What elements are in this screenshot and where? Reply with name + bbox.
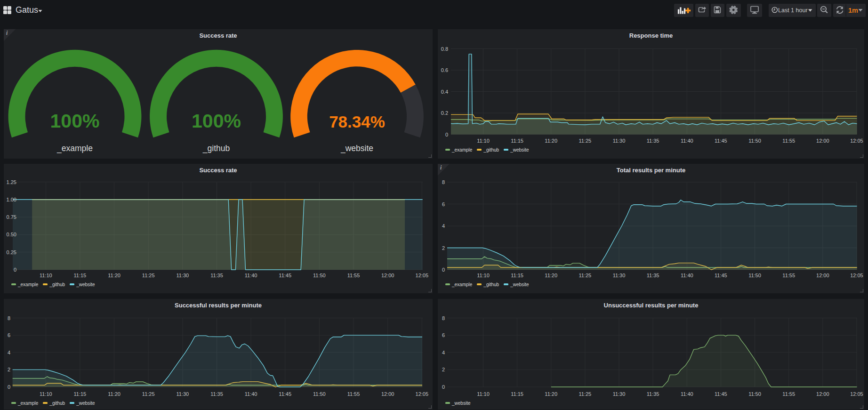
svg-text:11:20: 11:20 bbox=[545, 391, 557, 397]
svg-text:0.4: 0.4 bbox=[441, 89, 448, 95]
svg-text:11:20: 11:20 bbox=[545, 138, 557, 144]
svg-text:_website: _website bbox=[340, 144, 373, 153]
svg-text:11:30: 11:30 bbox=[613, 391, 626, 397]
svg-text:11:35: 11:35 bbox=[647, 273, 659, 278]
svg-text:12:00: 12:00 bbox=[816, 391, 829, 397]
svg-text:0: 0 bbox=[14, 267, 16, 273]
svg-text:0: 0 bbox=[8, 384, 10, 390]
svg-text:6: 6 bbox=[8, 332, 10, 338]
svg-text:11:25: 11:25 bbox=[142, 273, 155, 278]
svg-text:1.00: 1.00 bbox=[7, 197, 16, 202]
svg-text:_example: _example bbox=[56, 144, 93, 153]
svg-text:11:25: 11:25 bbox=[579, 391, 592, 397]
svg-text:4: 4 bbox=[442, 223, 445, 229]
svg-text:12:00: 12:00 bbox=[381, 273, 394, 278]
svg-text:11:50: 11:50 bbox=[748, 273, 761, 278]
svg-text:4: 4 bbox=[442, 350, 445, 355]
svg-text:11:15: 11:15 bbox=[511, 273, 523, 278]
svg-text:11:25: 11:25 bbox=[579, 138, 592, 144]
svg-text:12:05: 12:05 bbox=[416, 273, 429, 278]
svg-text:0.6: 0.6 bbox=[441, 67, 448, 73]
svg-text:78.34%: 78.34% bbox=[329, 113, 385, 131]
svg-text:100%: 100% bbox=[50, 110, 100, 132]
svg-text:100%: 100% bbox=[192, 110, 241, 132]
svg-text:8: 8 bbox=[442, 315, 445, 321]
svg-text:0.25: 0.25 bbox=[7, 249, 16, 255]
svg-text:11:35: 11:35 bbox=[647, 391, 659, 397]
svg-text:11:45: 11:45 bbox=[279, 273, 291, 278]
svg-text:11:55: 11:55 bbox=[347, 391, 360, 397]
svg-text:11:10: 11:10 bbox=[40, 391, 52, 397]
svg-text:11:30: 11:30 bbox=[613, 138, 626, 144]
svg-text:12:05: 12:05 bbox=[850, 391, 863, 397]
svg-text:11:45: 11:45 bbox=[715, 138, 727, 144]
svg-text:11:40: 11:40 bbox=[245, 391, 257, 397]
svg-text:12:05: 12:05 bbox=[416, 391, 429, 397]
svg-text:11:55: 11:55 bbox=[347, 273, 360, 278]
svg-text:12:00: 12:00 bbox=[816, 138, 829, 144]
svg-text:11:45: 11:45 bbox=[715, 391, 727, 397]
svg-text:11:10: 11:10 bbox=[477, 391, 490, 397]
svg-text:11:25: 11:25 bbox=[579, 273, 592, 278]
svg-text:2: 2 bbox=[8, 367, 10, 372]
svg-text:6: 6 bbox=[442, 201, 445, 207]
svg-text:12:00: 12:00 bbox=[381, 391, 394, 397]
svg-text:11:50: 11:50 bbox=[748, 138, 761, 144]
svg-text:12:05: 12:05 bbox=[850, 138, 863, 144]
svg-text:11:40: 11:40 bbox=[245, 273, 257, 278]
svg-text:8: 8 bbox=[8, 315, 10, 321]
svg-text:11:15: 11:15 bbox=[74, 391, 87, 397]
svg-text:12:05: 12:05 bbox=[850, 273, 863, 278]
svg-text:11:45: 11:45 bbox=[279, 391, 291, 397]
svg-text:11:10: 11:10 bbox=[477, 273, 490, 278]
svg-text:11:50: 11:50 bbox=[313, 273, 326, 278]
svg-text:11:40: 11:40 bbox=[681, 273, 693, 278]
svg-text:11:15: 11:15 bbox=[511, 391, 523, 397]
svg-text:11:10: 11:10 bbox=[477, 138, 490, 144]
svg-text:0.8: 0.8 bbox=[441, 46, 448, 52]
svg-text:0.2: 0.2 bbox=[441, 110, 448, 116]
svg-text:11:50: 11:50 bbox=[748, 391, 761, 397]
svg-text:0.75: 0.75 bbox=[7, 214, 16, 220]
svg-text:11:55: 11:55 bbox=[782, 391, 795, 397]
svg-text:11:20: 11:20 bbox=[108, 391, 121, 397]
svg-text:11:30: 11:30 bbox=[176, 273, 189, 278]
svg-text:11:15: 11:15 bbox=[511, 138, 523, 144]
svg-text:11:30: 11:30 bbox=[176, 391, 189, 397]
svg-text:1.25: 1.25 bbox=[7, 179, 16, 185]
svg-text:2: 2 bbox=[442, 245, 445, 251]
svg-text:11:35: 11:35 bbox=[210, 273, 223, 278]
svg-text:11:20: 11:20 bbox=[108, 273, 121, 278]
svg-text:11:10: 11:10 bbox=[40, 273, 52, 278]
svg-text:_github: _github bbox=[202, 144, 230, 153]
svg-text:11:50: 11:50 bbox=[313, 391, 326, 397]
svg-text:Last 1 hour: Last 1 hour bbox=[778, 7, 808, 14]
svg-text:11:35: 11:35 bbox=[210, 391, 223, 397]
svg-text:11:25: 11:25 bbox=[142, 391, 155, 397]
svg-text:2: 2 bbox=[442, 367, 445, 372]
svg-text:1m: 1m bbox=[848, 7, 858, 14]
svg-text:0: 0 bbox=[445, 132, 448, 137]
svg-text:11:55: 11:55 bbox=[782, 138, 795, 144]
svg-text:8: 8 bbox=[442, 179, 445, 185]
svg-text:11:55: 11:55 bbox=[782, 273, 795, 278]
svg-text:0.50: 0.50 bbox=[7, 232, 16, 237]
svg-text:11:40: 11:40 bbox=[681, 391, 693, 397]
svg-text:11:45: 11:45 bbox=[715, 273, 727, 278]
svg-text:11:30: 11:30 bbox=[613, 273, 626, 278]
svg-text:0: 0 bbox=[442, 267, 445, 273]
svg-text:12:00: 12:00 bbox=[816, 273, 829, 278]
svg-text:0: 0 bbox=[442, 384, 445, 390]
svg-text:11:40: 11:40 bbox=[681, 138, 693, 144]
svg-text:11:35: 11:35 bbox=[647, 138, 659, 144]
svg-text:11:20: 11:20 bbox=[545, 273, 557, 278]
svg-text:4: 4 bbox=[8, 350, 10, 355]
svg-text:6: 6 bbox=[442, 332, 445, 338]
svg-text:11:15: 11:15 bbox=[74, 273, 87, 278]
